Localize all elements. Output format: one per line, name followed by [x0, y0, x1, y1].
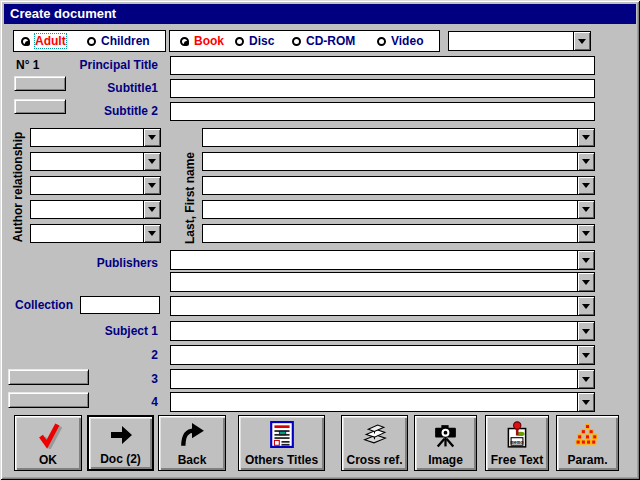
dropdown-arrow-button[interactable]	[143, 129, 160, 146]
radio-cdrom-label[interactable]: CD-ROM	[306, 34, 355, 48]
author-relationship-combo-2[interactable]	[30, 152, 161, 171]
dropdown-arrow-button[interactable]	[577, 297, 594, 315]
dropdown-arrow-button[interactable]	[577, 322, 594, 340]
others-titles-button[interactable]: Others Titles	[238, 415, 325, 471]
form-icon	[269, 421, 295, 448]
back-icon-wrap	[179, 416, 205, 453]
radio-button-icon[interactable]	[235, 37, 244, 46]
others-titles-button-label: Others Titles	[245, 453, 318, 467]
subtitle2-input[interactable]	[170, 102, 595, 121]
radio-disc-label[interactable]: Disc	[249, 34, 274, 48]
subtitle2-label: Subtitle 2	[0, 104, 158, 118]
dropdown-arrow-button[interactable]	[577, 129, 594, 146]
media-radio-group: Book Disc CD-ROM Video	[169, 30, 440, 52]
collection-combo[interactable]	[170, 296, 595, 316]
radio-adult-label[interactable]: Adult	[35, 34, 66, 48]
dropdown-arrow-button[interactable]	[143, 177, 160, 194]
radio-adult[interactable]: Adult	[21, 31, 66, 51]
back-button[interactable]: Back	[158, 415, 226, 471]
radio-cdrom[interactable]: CD-ROM	[292, 31, 355, 51]
audience-radio-group: Adult Children	[13, 30, 166, 52]
ok-button[interactable]: OK	[14, 415, 82, 471]
dropdown-arrow-button[interactable]	[577, 393, 594, 411]
radio-video[interactable]: Video	[377, 31, 423, 51]
radio-children[interactable]: Children	[87, 31, 150, 51]
author-name-combo-3[interactable]	[202, 176, 595, 195]
doc2-button[interactable]: Doc (2)	[87, 415, 154, 471]
dropdown-arrow-button[interactable]	[577, 201, 594, 218]
arrow-right-icon	[107, 423, 135, 447]
curved-arrow-icon	[179, 422, 205, 448]
window-title: Create document	[10, 6, 116, 21]
author-name-combo-1[interactable]	[202, 128, 595, 147]
dropdown-arrow-button[interactable]	[143, 201, 160, 218]
dropdown-arrow-button[interactable]	[143, 225, 160, 242]
principal-title-input[interactable]	[170, 56, 595, 75]
author-relationship-combo-5[interactable]	[30, 224, 161, 243]
author-name-combo-2[interactable]	[202, 152, 595, 171]
radio-book-label[interactable]: Book	[194, 34, 224, 48]
image-button[interactable]: Image	[414, 415, 477, 471]
subtitle1-label: Subtitle1	[0, 81, 158, 95]
dropdown-arrow-button[interactable]	[143, 153, 160, 170]
author-relationship-label: Author relationship	[10, 127, 26, 247]
subtitle1-input[interactable]	[170, 79, 595, 98]
dropdown-arrow-button[interactable]	[577, 370, 594, 388]
author-name-combo-5[interactable]	[202, 224, 595, 243]
cross-ref-button-label: Cross ref.	[346, 453, 402, 467]
dropdown-arrow-button[interactable]	[577, 273, 594, 291]
param-button-label: Param.	[567, 453, 607, 467]
radio-disc[interactable]: Disc	[235, 31, 274, 51]
dropdown-arrow-button[interactable]	[577, 251, 594, 269]
back-button-label: Back	[178, 453, 207, 467]
subject4-combo[interactable]	[170, 392, 595, 412]
author-name-label: Last, First name	[182, 146, 198, 250]
collection-input[interactable]	[80, 296, 160, 314]
free-text-button[interactable]: memo Free Text	[485, 415, 549, 471]
collection-label: Collection	[0, 298, 73, 312]
radio-book[interactable]: Book	[180, 31, 224, 51]
memo-icon: memo	[503, 421, 531, 449]
radio-children-label[interactable]: Children	[101, 34, 150, 48]
subject2-combo[interactable]	[170, 345, 595, 365]
others-titles-icon-wrap	[269, 416, 295, 453]
publisher-combo-1[interactable]	[170, 250, 595, 270]
subject1-label: Subject 1	[0, 324, 158, 338]
dropdown-arrow-button[interactable]	[573, 32, 590, 50]
principal-title-label: Principal Title	[0, 58, 158, 72]
create-document-window: Create document Adult Children Book Disc…	[0, 0, 640, 480]
cross-ref-icon-wrap	[361, 416, 389, 453]
subject1-combo[interactable]	[170, 321, 595, 341]
ok-icon-wrap	[34, 416, 62, 453]
radio-button-icon[interactable]	[87, 37, 96, 46]
publisher-combo-2[interactable]	[170, 272, 595, 292]
radio-video-label[interactable]: Video	[391, 34, 423, 48]
dropdown-arrow-button[interactable]	[577, 225, 594, 242]
cross-ref-button[interactable]: Cross ref.	[341, 415, 408, 471]
radio-button-icon[interactable]	[292, 37, 301, 46]
memo-icon-text: memo	[511, 439, 524, 445]
radio-button-icon[interactable]	[180, 37, 189, 46]
radio-button-icon[interactable]	[377, 37, 386, 46]
param-icon-wrap	[574, 416, 601, 453]
author-relationship-combo-4[interactable]	[30, 200, 161, 219]
subject2-label: 2	[0, 348, 158, 362]
subject3-combo[interactable]	[170, 369, 595, 389]
dropdown-arrow-button[interactable]	[577, 177, 594, 194]
ok-button-label: OK	[39, 453, 57, 467]
param-button[interactable]: Param.	[556, 415, 619, 471]
image-button-label: Image	[428, 453, 463, 467]
image-icon-wrap	[432, 416, 459, 453]
author-relationship-combo-1[interactable]	[30, 128, 161, 147]
author-name-combo-4[interactable]	[202, 200, 595, 219]
author-relationship-combo-3[interactable]	[30, 176, 161, 195]
doc2-icon-wrap	[107, 417, 135, 452]
dropdown-arrow-button[interactable]	[577, 346, 594, 364]
left-blank-button-1[interactable]	[8, 369, 89, 385]
top-dropdown[interactable]	[448, 31, 591, 51]
left-blank-button-2[interactable]	[8, 392, 89, 408]
check-icon	[34, 421, 62, 449]
doc2-button-label: Doc (2)	[100, 452, 141, 466]
dropdown-arrow-button[interactable]	[577, 153, 594, 170]
radio-button-icon[interactable]	[21, 37, 30, 46]
